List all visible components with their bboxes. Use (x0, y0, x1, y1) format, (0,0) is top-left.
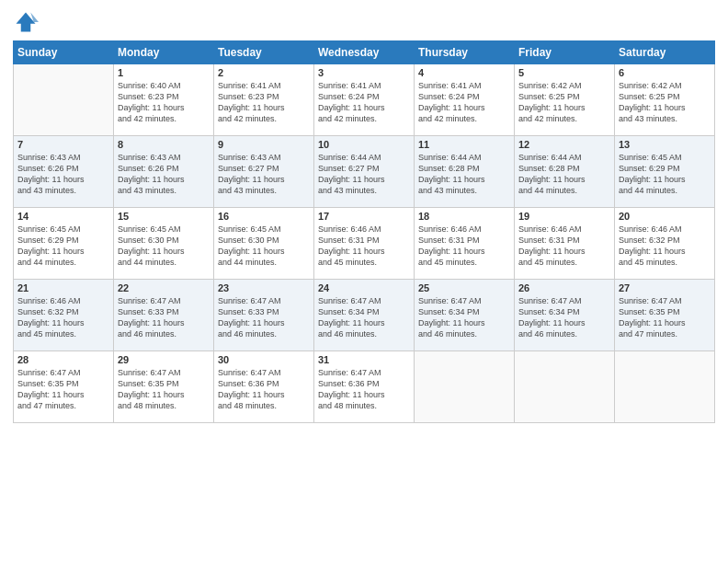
calendar-cell: 26Sunrise: 6:47 AM Sunset: 6:34 PM Dayli… (515, 280, 615, 351)
day-info: Sunrise: 6:41 AM Sunset: 6:24 PM Dayligh… (318, 80, 410, 125)
calendar-cell: 28Sunrise: 6:47 AM Sunset: 6:35 PM Dayli… (14, 351, 114, 423)
calendar-week-1: 1Sunrise: 6:40 AM Sunset: 6:23 PM Daylig… (14, 64, 715, 136)
calendar-cell: 21Sunrise: 6:46 AM Sunset: 6:32 PM Dayli… (14, 280, 114, 351)
calendar-cell (615, 351, 715, 423)
day-number: 18 (418, 211, 510, 222)
day-info: Sunrise: 6:47 AM Sunset: 6:36 PM Dayligh… (318, 367, 410, 412)
calendar-cell: 2Sunrise: 6:41 AM Sunset: 6:23 PM Daylig… (214, 64, 314, 136)
calendar-cell: 17Sunrise: 6:46 AM Sunset: 6:31 PM Dayli… (314, 208, 415, 280)
day-info: Sunrise: 6:47 AM Sunset: 6:35 PM Dayligh… (118, 367, 210, 412)
day-info: Sunrise: 6:45 AM Sunset: 6:29 PM Dayligh… (17, 224, 109, 269)
calendar-cell: 31Sunrise: 6:47 AM Sunset: 6:36 PM Dayli… (314, 351, 415, 423)
calendar-table: SundayMondayTuesdayWednesdayThursdayFrid… (13, 40, 715, 423)
day-number: 11 (418, 139, 510, 150)
calendar-cell: 24Sunrise: 6:47 AM Sunset: 6:34 PM Dayli… (314, 280, 415, 351)
day-info: Sunrise: 6:44 AM Sunset: 6:28 PM Dayligh… (518, 152, 610, 197)
calendar-cell (14, 64, 114, 136)
day-info: Sunrise: 6:46 AM Sunset: 6:32 PM Dayligh… (17, 295, 109, 340)
weekday-header-friday: Friday (515, 41, 615, 64)
day-number: 5 (518, 67, 610, 78)
day-number: 19 (518, 211, 610, 222)
day-info: Sunrise: 6:43 AM Sunset: 6:26 PM Dayligh… (118, 152, 210, 197)
day-number: 15 (118, 211, 210, 222)
page-header (13, 9, 715, 35)
day-number: 26 (518, 282, 610, 293)
calendar-cell: 6Sunrise: 6:42 AM Sunset: 6:25 PM Daylig… (615, 64, 715, 136)
logo[interactable] (13, 9, 42, 35)
day-info: Sunrise: 6:42 AM Sunset: 6:25 PM Dayligh… (619, 80, 711, 125)
day-info: Sunrise: 6:46 AM Sunset: 6:31 PM Dayligh… (518, 224, 610, 269)
calendar-week-5: 28Sunrise: 6:47 AM Sunset: 6:35 PM Dayli… (14, 351, 715, 423)
logo-icon (13, 9, 39, 35)
calendar-cell (415, 351, 515, 423)
day-number: 25 (418, 282, 510, 293)
calendar-cell: 19Sunrise: 6:46 AM Sunset: 6:31 PM Dayli… (515, 208, 615, 280)
day-number: 30 (218, 354, 310, 365)
calendar-cell: 10Sunrise: 6:44 AM Sunset: 6:27 PM Dayli… (314, 136, 415, 208)
day-info: Sunrise: 6:41 AM Sunset: 6:24 PM Dayligh… (418, 80, 510, 125)
day-info: Sunrise: 6:43 AM Sunset: 6:27 PM Dayligh… (218, 152, 310, 197)
calendar-week-3: 14Sunrise: 6:45 AM Sunset: 6:29 PM Dayli… (14, 208, 715, 280)
day-number: 20 (619, 211, 711, 222)
calendar-cell: 30Sunrise: 6:47 AM Sunset: 6:36 PM Dayli… (214, 351, 314, 423)
calendar-cell: 18Sunrise: 6:46 AM Sunset: 6:31 PM Dayli… (415, 208, 515, 280)
day-info: Sunrise: 6:46 AM Sunset: 6:31 PM Dayligh… (418, 224, 510, 269)
day-number: 3 (318, 67, 410, 78)
day-number: 4 (418, 67, 510, 78)
calendar-cell: 1Sunrise: 6:40 AM Sunset: 6:23 PM Daylig… (114, 64, 214, 136)
day-info: Sunrise: 6:47 AM Sunset: 6:34 PM Dayligh… (418, 295, 510, 340)
calendar-cell: 4Sunrise: 6:41 AM Sunset: 6:24 PM Daylig… (415, 64, 515, 136)
day-number: 7 (17, 139, 109, 150)
day-info: Sunrise: 6:40 AM Sunset: 6:23 PM Dayligh… (118, 80, 210, 125)
day-info: Sunrise: 6:46 AM Sunset: 6:31 PM Dayligh… (318, 224, 410, 269)
day-info: Sunrise: 6:44 AM Sunset: 6:27 PM Dayligh… (318, 152, 410, 197)
calendar-cell: 12Sunrise: 6:44 AM Sunset: 6:28 PM Dayli… (515, 136, 615, 208)
calendar-cell: 7Sunrise: 6:43 AM Sunset: 6:26 PM Daylig… (14, 136, 114, 208)
day-info: Sunrise: 6:42 AM Sunset: 6:25 PM Dayligh… (518, 80, 610, 125)
day-info: Sunrise: 6:47 AM Sunset: 6:35 PM Dayligh… (619, 295, 711, 340)
calendar-cell: 27Sunrise: 6:47 AM Sunset: 6:35 PM Dayli… (615, 280, 715, 351)
day-info: Sunrise: 6:47 AM Sunset: 6:35 PM Dayligh… (17, 367, 109, 412)
calendar-cell: 3Sunrise: 6:41 AM Sunset: 6:24 PM Daylig… (314, 64, 415, 136)
day-number: 9 (218, 139, 310, 150)
day-number: 6 (619, 67, 711, 78)
calendar-cell: 20Sunrise: 6:46 AM Sunset: 6:32 PM Dayli… (615, 208, 715, 280)
calendar-cell: 9Sunrise: 6:43 AM Sunset: 6:27 PM Daylig… (214, 136, 314, 208)
day-info: Sunrise: 6:47 AM Sunset: 6:33 PM Dayligh… (118, 295, 210, 340)
day-number: 17 (318, 211, 410, 222)
weekday-header-wednesday: Wednesday (314, 41, 415, 64)
calendar-cell: 13Sunrise: 6:45 AM Sunset: 6:29 PM Dayli… (615, 136, 715, 208)
calendar-cell: 14Sunrise: 6:45 AM Sunset: 6:29 PM Dayli… (14, 208, 114, 280)
calendar-cell: 25Sunrise: 6:47 AM Sunset: 6:34 PM Dayli… (415, 280, 515, 351)
day-info: Sunrise: 6:44 AM Sunset: 6:28 PM Dayligh… (418, 152, 510, 197)
day-number: 16 (218, 211, 310, 222)
day-info: Sunrise: 6:45 AM Sunset: 6:30 PM Dayligh… (118, 224, 210, 269)
day-info: Sunrise: 6:47 AM Sunset: 6:34 PM Dayligh… (318, 295, 410, 340)
day-number: 22 (118, 282, 210, 293)
calendar-cell: 29Sunrise: 6:47 AM Sunset: 6:35 PM Dayli… (114, 351, 214, 423)
day-number: 29 (118, 354, 210, 365)
day-info: Sunrise: 6:47 AM Sunset: 6:36 PM Dayligh… (218, 367, 310, 412)
weekday-header-thursday: Thursday (415, 41, 515, 64)
weekday-header-saturday: Saturday (615, 41, 715, 64)
page-container: SundayMondayTuesdayWednesdayThursdayFrid… (0, 0, 728, 563)
day-number: 31 (318, 354, 410, 365)
day-number: 1 (118, 67, 210, 78)
weekday-header-sunday: Sunday (14, 41, 114, 64)
calendar-cell: 5Sunrise: 6:42 AM Sunset: 6:25 PM Daylig… (515, 64, 615, 136)
day-number: 10 (318, 139, 410, 150)
day-number: 14 (17, 211, 109, 222)
day-info: Sunrise: 6:46 AM Sunset: 6:32 PM Dayligh… (619, 224, 711, 269)
day-info: Sunrise: 6:41 AM Sunset: 6:23 PM Dayligh… (218, 80, 310, 125)
day-number: 12 (518, 139, 610, 150)
day-info: Sunrise: 6:43 AM Sunset: 6:26 PM Dayligh… (17, 152, 109, 197)
weekday-header-tuesday: Tuesday (214, 41, 314, 64)
day-info: Sunrise: 6:47 AM Sunset: 6:33 PM Dayligh… (218, 295, 310, 340)
calendar-cell (515, 351, 615, 423)
day-number: 2 (218, 67, 310, 78)
calendar-cell: 22Sunrise: 6:47 AM Sunset: 6:33 PM Dayli… (114, 280, 214, 351)
day-number: 13 (619, 139, 711, 150)
day-number: 8 (118, 139, 210, 150)
day-number: 23 (218, 282, 310, 293)
weekday-header-monday: Monday (114, 41, 214, 64)
